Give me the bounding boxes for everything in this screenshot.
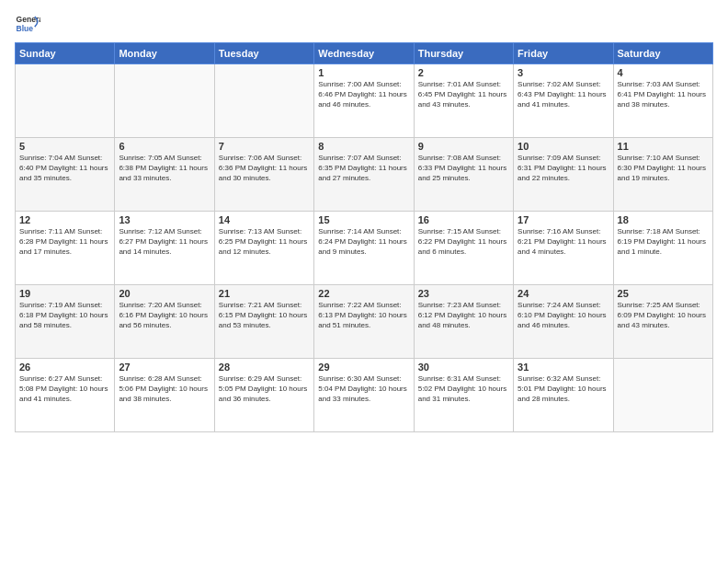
weekday-header-sunday: Sunday xyxy=(16,43,115,64)
day-cell: 26Sunrise: 6:27 AM Sunset: 5:08 PM Dayli… xyxy=(16,359,115,432)
day-number: 24 xyxy=(518,288,609,299)
day-info: Sunrise: 7:24 AM Sunset: 6:10 PM Dayligh… xyxy=(518,301,609,330)
day-cell: 31Sunrise: 6:32 AM Sunset: 5:01 PM Dayli… xyxy=(514,359,613,432)
day-number: 29 xyxy=(318,362,409,373)
day-number: 15 xyxy=(318,214,409,225)
day-number: 30 xyxy=(418,362,509,373)
day-number: 11 xyxy=(618,141,709,152)
day-info: Sunrise: 7:25 AM Sunset: 6:09 PM Dayligh… xyxy=(618,301,709,330)
day-number: 6 xyxy=(119,141,210,152)
logo-icon: General Blue xyxy=(15,11,40,37)
day-number: 9 xyxy=(418,141,509,152)
day-info: Sunrise: 7:02 AM Sunset: 6:43 PM Dayligh… xyxy=(518,80,609,109)
day-cell: 8Sunrise: 7:07 AM Sunset: 6:35 PM Daylig… xyxy=(314,138,414,212)
day-number: 1 xyxy=(318,67,409,78)
page-container: General Blue SundayMondayTuesdayWednesda… xyxy=(0,0,728,440)
day-info: Sunrise: 7:22 AM Sunset: 6:13 PM Dayligh… xyxy=(318,301,409,330)
day-number: 17 xyxy=(518,214,609,225)
day-number: 5 xyxy=(19,141,110,152)
day-cell: 2Sunrise: 7:01 AM Sunset: 6:45 PM Daylig… xyxy=(414,64,513,138)
day-info: Sunrise: 7:18 AM Sunset: 6:19 PM Dayligh… xyxy=(618,227,709,257)
day-info: Sunrise: 7:07 AM Sunset: 6:35 PM Dayligh… xyxy=(318,154,409,183)
day-info: Sunrise: 7:03 AM Sunset: 6:41 PM Dayligh… xyxy=(618,80,709,109)
week-row-5: 26Sunrise: 6:27 AM Sunset: 5:08 PM Dayli… xyxy=(16,359,713,432)
day-cell: 27Sunrise: 6:28 AM Sunset: 5:06 PM Dayli… xyxy=(115,359,214,432)
day-number: 22 xyxy=(318,288,409,299)
day-number: 3 xyxy=(518,67,609,78)
day-number: 31 xyxy=(518,362,609,373)
day-info: Sunrise: 7:20 AM Sunset: 6:16 PM Dayligh… xyxy=(119,301,210,330)
day-cell: 13Sunrise: 7:12 AM Sunset: 6:27 PM Dayli… xyxy=(115,212,214,285)
day-cell: 15Sunrise: 7:14 AM Sunset: 6:24 PM Dayli… xyxy=(314,212,414,285)
calendar-table: SundayMondayTuesdayWednesdayThursdayFrid… xyxy=(15,42,713,432)
day-info: Sunrise: 6:29 AM Sunset: 5:05 PM Dayligh… xyxy=(219,374,310,404)
day-number: 7 xyxy=(219,141,310,152)
day-info: Sunrise: 7:00 AM Sunset: 6:46 PM Dayligh… xyxy=(318,80,409,109)
day-number: 18 xyxy=(618,214,709,225)
day-number: 20 xyxy=(119,288,210,299)
day-cell: 18Sunrise: 7:18 AM Sunset: 6:19 PM Dayli… xyxy=(613,212,712,285)
day-info: Sunrise: 7:05 AM Sunset: 6:38 PM Dayligh… xyxy=(119,154,210,183)
day-cell: 21Sunrise: 7:21 AM Sunset: 6:15 PM Dayli… xyxy=(214,285,313,359)
day-cell: 25Sunrise: 7:25 AM Sunset: 6:09 PM Dayli… xyxy=(613,285,712,359)
day-number: 2 xyxy=(418,67,509,78)
day-info: Sunrise: 7:04 AM Sunset: 6:40 PM Dayligh… xyxy=(19,154,110,183)
svg-text:Blue: Blue xyxy=(17,24,34,33)
day-info: Sunrise: 7:09 AM Sunset: 6:31 PM Dayligh… xyxy=(518,154,609,183)
day-cell xyxy=(214,64,313,138)
day-info: Sunrise: 6:27 AM Sunset: 5:08 PM Dayligh… xyxy=(19,374,110,404)
logo: General Blue xyxy=(15,11,42,37)
day-info: Sunrise: 7:19 AM Sunset: 6:18 PM Dayligh… xyxy=(19,301,110,330)
day-info: Sunrise: 7:13 AM Sunset: 6:25 PM Dayligh… xyxy=(219,227,310,257)
day-info: Sunrise: 7:12 AM Sunset: 6:27 PM Dayligh… xyxy=(119,227,210,257)
day-cell: 6Sunrise: 7:05 AM Sunset: 6:38 PM Daylig… xyxy=(115,138,214,212)
weekday-header-saturday: Saturday xyxy=(613,43,712,64)
day-info: Sunrise: 7:01 AM Sunset: 6:45 PM Dayligh… xyxy=(418,80,509,109)
day-cell xyxy=(115,64,214,138)
day-number: 13 xyxy=(119,214,210,225)
day-cell: 5Sunrise: 7:04 AM Sunset: 6:40 PM Daylig… xyxy=(16,138,115,212)
week-row-2: 5Sunrise: 7:04 AM Sunset: 6:40 PM Daylig… xyxy=(16,138,713,212)
day-cell: 14Sunrise: 7:13 AM Sunset: 6:25 PM Dayli… xyxy=(214,212,313,285)
day-info: Sunrise: 6:28 AM Sunset: 5:06 PM Dayligh… xyxy=(119,374,210,404)
day-info: Sunrise: 7:21 AM Sunset: 6:15 PM Dayligh… xyxy=(219,301,310,330)
day-info: Sunrise: 7:16 AM Sunset: 6:21 PM Dayligh… xyxy=(518,227,609,257)
day-number: 26 xyxy=(19,362,110,373)
week-row-3: 12Sunrise: 7:11 AM Sunset: 6:28 PM Dayli… xyxy=(16,212,713,285)
day-cell xyxy=(16,64,115,138)
week-row-1: 1Sunrise: 7:00 AM Sunset: 6:46 PM Daylig… xyxy=(16,64,713,138)
day-cell: 4Sunrise: 7:03 AM Sunset: 6:41 PM Daylig… xyxy=(613,64,712,138)
day-info: Sunrise: 7:10 AM Sunset: 6:30 PM Dayligh… xyxy=(618,154,709,183)
weekday-header-monday: Monday xyxy=(115,43,214,64)
weekday-header-thursday: Thursday xyxy=(414,43,513,64)
day-info: Sunrise: 6:32 AM Sunset: 5:01 PM Dayligh… xyxy=(518,374,609,404)
day-cell: 23Sunrise: 7:23 AM Sunset: 6:12 PM Dayli… xyxy=(414,285,513,359)
day-cell: 3Sunrise: 7:02 AM Sunset: 6:43 PM Daylig… xyxy=(514,64,613,138)
day-number: 21 xyxy=(219,288,310,299)
day-number: 27 xyxy=(119,362,210,373)
weekday-header-friday: Friday xyxy=(514,43,613,64)
day-cell: 16Sunrise: 7:15 AM Sunset: 6:22 PM Dayli… xyxy=(414,212,513,285)
day-cell: 28Sunrise: 6:29 AM Sunset: 5:05 PM Dayli… xyxy=(214,359,313,432)
header: General Blue xyxy=(15,11,713,37)
day-info: Sunrise: 6:30 AM Sunset: 5:04 PM Dayligh… xyxy=(318,374,409,404)
day-cell: 12Sunrise: 7:11 AM Sunset: 6:28 PM Dayli… xyxy=(16,212,115,285)
weekday-header-tuesday: Tuesday xyxy=(214,43,313,64)
day-info: Sunrise: 7:06 AM Sunset: 6:36 PM Dayligh… xyxy=(219,154,310,183)
day-number: 28 xyxy=(219,362,310,373)
day-number: 19 xyxy=(19,288,110,299)
day-info: Sunrise: 7:11 AM Sunset: 6:28 PM Dayligh… xyxy=(19,227,110,257)
day-number: 12 xyxy=(19,214,110,225)
day-cell: 11Sunrise: 7:10 AM Sunset: 6:30 PM Dayli… xyxy=(613,138,712,212)
day-number: 25 xyxy=(618,288,709,299)
day-number: 23 xyxy=(418,288,509,299)
weekday-header-row: SundayMondayTuesdayWednesdayThursdayFrid… xyxy=(16,43,713,64)
day-info: Sunrise: 6:31 AM Sunset: 5:02 PM Dayligh… xyxy=(418,374,509,404)
day-number: 8 xyxy=(318,141,409,152)
day-cell: 30Sunrise: 6:31 AM Sunset: 5:02 PM Dayli… xyxy=(414,359,513,432)
day-number: 14 xyxy=(219,214,310,225)
day-cell: 9Sunrise: 7:08 AM Sunset: 6:33 PM Daylig… xyxy=(414,138,513,212)
day-info: Sunrise: 7:23 AM Sunset: 6:12 PM Dayligh… xyxy=(418,301,509,330)
day-cell: 1Sunrise: 7:00 AM Sunset: 6:46 PM Daylig… xyxy=(314,64,414,138)
day-cell: 19Sunrise: 7:19 AM Sunset: 6:18 PM Dayli… xyxy=(16,285,115,359)
